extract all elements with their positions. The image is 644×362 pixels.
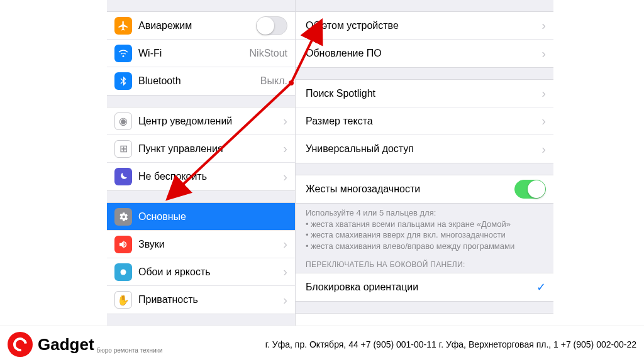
label: Звуки <box>138 239 279 250</box>
footer-line: • жеста смахивания влево/вправо между пр… <box>306 241 543 252</box>
brand-name: Gadget <box>38 336 94 353</box>
chevron-right-icon: › <box>283 293 287 307</box>
footer-line: • жеста смахивания вверх для вкл. многоз… <box>306 229 543 241</box>
brand-bar: Gadget бюро ремонта техники г. Уфа, пр. … <box>0 326 644 362</box>
label: Основные <box>138 211 287 222</box>
label: Приватность <box>138 294 279 305</box>
sidebar-item-control-center[interactable]: ⊞ Пункт управления › <box>107 135 295 163</box>
wallpaper-icon <box>114 263 132 281</box>
sidebar-item-wallpaper[interactable]: Обои и яркость › <box>107 258 295 286</box>
hand-icon: ✋ <box>114 291 132 309</box>
chevron-right-icon: › <box>283 141 287 156</box>
row-multitask-gestures[interactable]: Жесты многозадачности <box>296 175 553 203</box>
row-cutoff <box>296 313 553 327</box>
svg-point-0 <box>121 269 126 275</box>
sidebar-item-sounds[interactable]: Звуки › <box>107 231 295 258</box>
multitask-footer: Используйте 4 или 5 пальцев для: • жеста… <box>296 204 553 251</box>
detail-pane: Об этом устройстве › Обновление ПО › Пои… <box>296 0 553 327</box>
multitask-toggle[interactable] <box>514 180 546 199</box>
row-spotlight[interactable]: Поиск Spotlight › <box>296 80 553 107</box>
label: Блокировка ориентации <box>306 282 536 293</box>
sidebar-item-wifi[interactable]: Wi-Fi NikStout <box>107 40 295 67</box>
airplane-icon <box>114 17 132 35</box>
label: Поиск Spotlight <box>306 88 538 99</box>
bluetooth-icon <box>114 72 132 90</box>
sidebar-item-bluetooth[interactable]: Bluetooth Выкл. <box>107 67 295 95</box>
label: Универсальный доступ <box>306 143 538 155</box>
row-software-update[interactable]: Обновление ПО › <box>296 40 553 67</box>
settings-sidebar: Авиарежим Wi-Fi NikStout Bluetooth Выкл.… <box>107 0 296 327</box>
label: Обновление ПО <box>306 48 538 59</box>
sidebar-item-airplane[interactable]: Авиарежим <box>107 12 295 40</box>
notification-icon: ◉ <box>114 112 132 130</box>
sidebar-item-privacy[interactable]: ✋ Приватность › <box>107 286 295 314</box>
label: Авиарежим <box>138 20 256 31</box>
label: Bluetooth <box>138 75 257 87</box>
footer-line: • жеста хватания всеми пальцами на экран… <box>306 219 543 230</box>
sidebar-group-notifications: ◉ Центр уведомлений › ⊞ Пункт управления… <box>107 107 295 191</box>
sidebar-item-notification-center[interactable]: ◉ Центр уведомлений › <box>107 107 295 135</box>
label: Пункт управления <box>138 143 279 155</box>
airplane-toggle[interactable] <box>256 16 287 35</box>
chevron-right-icon: › <box>541 86 546 101</box>
sidebar-group-connectivity: Авиарежим Wi-Fi NikStout Bluetooth Выкл. <box>107 11 295 96</box>
sidebar-item-general[interactable]: Основные <box>107 203 295 231</box>
chevron-right-icon: › <box>283 265 287 279</box>
gear-icon <box>114 208 132 226</box>
row-text-size[interactable]: Размер текста › <box>296 107 553 135</box>
label: Центр уведомлений <box>138 116 279 127</box>
group-search-text: Поиск Spotlight › Размер текста › Универ… <box>296 79 553 163</box>
chevron-right-icon: › <box>283 237 287 251</box>
control-center-icon: ⊞ <box>114 140 132 158</box>
chevron-right-icon: › <box>283 170 287 184</box>
brand-tagline: бюро ремонта техники <box>97 347 163 354</box>
side-switch-header: ПЕРЕКЛЮЧАТЕЛЬ НА БОКОВОЙ ПАНЕЛИ: <box>296 251 553 273</box>
row-lock-rotation[interactable]: Блокировка ориентации ✓ <box>296 273 553 301</box>
label: Размер текста <box>306 116 538 127</box>
label: Не беспокоить <box>138 171 279 182</box>
speaker-icon <box>114 236 132 253</box>
sidebar-group-main: Основные Звуки › Обои и яркость › ✋ Прив… <box>107 202 295 314</box>
moon-icon <box>114 168 132 185</box>
chevron-right-icon: › <box>541 47 546 61</box>
group-about: Об этом устройстве › Обновление ПО › <box>296 11 553 68</box>
checkmark-icon: ✓ <box>536 280 546 294</box>
row-about[interactable]: Об этом устройстве › <box>296 12 553 40</box>
chevron-right-icon: › <box>541 18 546 33</box>
row-accessibility[interactable]: Универсальный доступ › <box>296 135 553 163</box>
chevron-right-icon: › <box>541 114 546 128</box>
label: Wi-Fi <box>138 48 246 59</box>
label: Жесты многозадачности <box>306 184 514 195</box>
bluetooth-value: Выкл. <box>260 75 287 87</box>
footer-line: Используйте 4 или 5 пальцев для: <box>306 207 543 219</box>
wifi-icon <box>114 45 132 62</box>
label: Обои и яркость <box>138 266 279 278</box>
sidebar-item-dnd[interactable]: Не беспокоить › <box>107 163 295 190</box>
chevron-right-icon: › <box>283 114 287 128</box>
wifi-value: NikStout <box>250 48 287 59</box>
group-multitask: Жесты многозадачности <box>296 175 553 204</box>
brand-logo-icon <box>8 332 33 357</box>
brand-address: г. Уфа, пр. Октября, 44 +7 (905) 001-00-… <box>190 339 636 349</box>
label: Об этом устройстве <box>306 20 538 31</box>
chevron-right-icon: › <box>541 142 546 156</box>
group-side-switch: Блокировка ориентации ✓ <box>296 273 553 302</box>
